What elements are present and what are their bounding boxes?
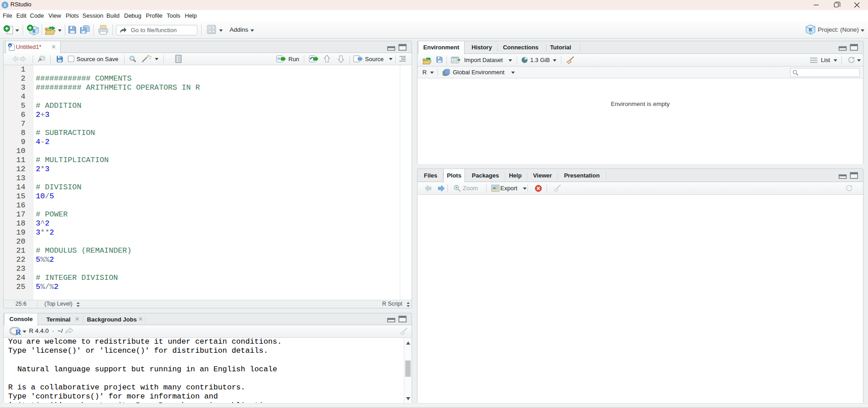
svg-text:R: R: [4, 3, 7, 8]
svg-text:R: R: [15, 328, 21, 336]
svg-text:R: R: [809, 27, 813, 32]
